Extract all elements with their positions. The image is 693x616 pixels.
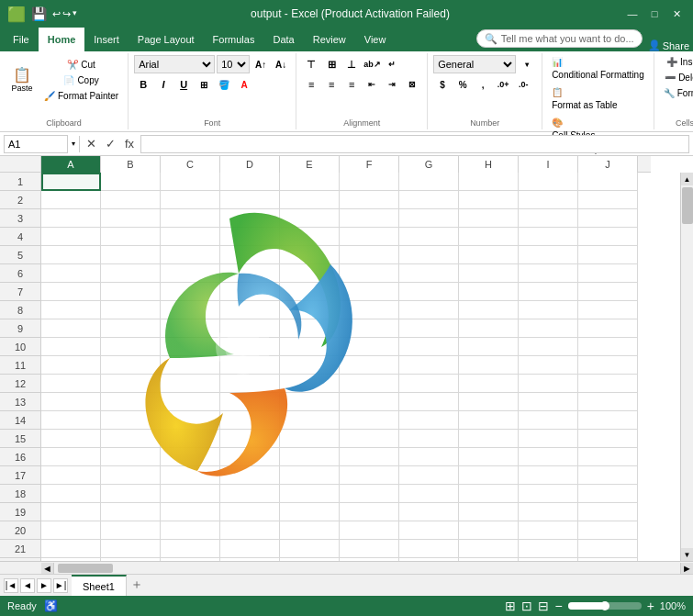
cell-G20[interactable] — [399, 521, 459, 540]
comma-button[interactable]: , — [474, 75, 492, 94]
row-header-15[interactable]: 15 — [0, 430, 41, 448]
cell-F10[interactable] — [340, 338, 399, 356]
cell-G19[interactable] — [399, 503, 459, 521]
cell-G6[interactable] — [399, 264, 459, 283]
row-header-3[interactable]: 3 — [0, 209, 41, 228]
cell-A17[interactable] — [41, 466, 101, 485]
cell-B18[interactable] — [101, 485, 161, 503]
cell-I4[interactable] — [519, 228, 578, 246]
cell-H2[interactable] — [459, 191, 519, 209]
cell-J11[interactable] — [578, 356, 638, 375]
row-header-12[interactable]: 12 — [0, 375, 41, 393]
cell-C4[interactable] — [161, 228, 220, 246]
cell-G7[interactable] — [399, 283, 459, 301]
cell-C15[interactable] — [161, 430, 220, 448]
copy-button[interactable]: 📄 Copy — [40, 73, 122, 87]
col-header-F[interactable]: F — [340, 156, 399, 173]
cell-C16[interactable] — [161, 448, 220, 466]
sheet-view-icon[interactable]: ⊞ — [505, 599, 516, 613]
cell-H11[interactable] — [459, 356, 519, 375]
align-top-button[interactable]: ⊤ — [302, 55, 320, 73]
cell-I14[interactable] — [519, 411, 578, 430]
cell-B22[interactable] — [101, 558, 161, 561]
number-format-dropdown[interactable]: ▾ — [518, 55, 536, 73]
scroll-thumb[interactable] — [682, 187, 693, 224]
scroll-up-arrow[interactable]: ▲ — [681, 173, 694, 185]
row-header-14[interactable]: 14 — [0, 411, 41, 430]
scroll-left-arrow[interactable]: ◄ — [41, 563, 54, 574]
cell-I16[interactable] — [519, 448, 578, 466]
cell-I22[interactable] — [519, 558, 578, 561]
cell-C18[interactable] — [161, 485, 220, 503]
tab-file[interactable]: File — [4, 28, 39, 51]
cell-I11[interactable] — [519, 356, 578, 375]
cell-J18[interactable] — [578, 485, 638, 503]
cell-A11[interactable] — [41, 356, 101, 375]
cell-G10[interactable] — [399, 338, 459, 356]
tab-insert[interactable]: Insert — [84, 28, 129, 51]
decrease-font-button[interactable]: A↓ — [272, 55, 290, 73]
row-header-6[interactable]: 6 — [0, 264, 41, 283]
cell-I21[interactable] — [519, 540, 578, 558]
cell-C10[interactable] — [161, 338, 220, 356]
col-header-J[interactable]: J — [578, 156, 638, 173]
save-icon[interactable]: 💾 — [31, 6, 47, 21]
cell-H13[interactable] — [459, 393, 519, 411]
name-box[interactable]: A1 — [4, 135, 68, 153]
cell-E17[interactable] — [280, 466, 340, 485]
font-color-button[interactable]: A — [235, 75, 253, 94]
cell-I17[interactable] — [519, 466, 578, 485]
col-header-A[interactable]: A — [41, 156, 101, 173]
zoom-slider[interactable] — [568, 602, 642, 610]
increase-font-button[interactable]: A↑ — [251, 55, 270, 73]
cell-B4[interactable] — [101, 228, 161, 246]
font-name-select[interactable]: Arial — [134, 55, 215, 73]
cell-C20[interactable] — [161, 521, 220, 540]
cell-A20[interactable] — [41, 521, 101, 540]
cell-G17[interactable] — [399, 466, 459, 485]
cell-D12[interactable] — [220, 375, 280, 393]
cell-H20[interactable] — [459, 521, 519, 540]
cell-H5[interactable] — [459, 246, 519, 264]
tab-page-layout[interactable]: Page Layout — [129, 28, 204, 51]
cell-B11[interactable] — [101, 356, 161, 375]
sheet-nav-last[interactable]: ►| — [53, 578, 68, 593]
percent-button[interactable]: % — [453, 75, 472, 94]
cell-A4[interactable] — [41, 228, 101, 246]
scroll-down-arrow[interactable]: ▼ — [681, 548, 694, 561]
cell-H19[interactable] — [459, 503, 519, 521]
col-header-G[interactable]: G — [399, 156, 459, 173]
cell-F22[interactable] — [340, 558, 399, 561]
cell-B17[interactable] — [101, 466, 161, 485]
paste-button[interactable]: 📋 Paste — [6, 55, 39, 105]
cell-H8[interactable] — [459, 301, 519, 319]
cell-I6[interactable] — [519, 264, 578, 283]
cell-E4[interactable] — [280, 228, 340, 246]
close-button[interactable]: ✕ — [667, 5, 686, 23]
cell-E9[interactable] — [280, 319, 340, 338]
cell-E7[interactable] — [280, 283, 340, 301]
cell-B1[interactable] — [101, 173, 161, 191]
row-header-16[interactable]: 16 — [0, 448, 41, 466]
cell-D4[interactable] — [220, 228, 280, 246]
add-sheet-button[interactable]: ＋ — [127, 575, 147, 595]
cell-J13[interactable] — [578, 393, 638, 411]
cell-H15[interactable] — [459, 430, 519, 448]
cell-I1[interactable] — [519, 173, 578, 191]
cell-I12[interactable] — [519, 375, 578, 393]
tell-me-input[interactable]: 🔍 Tell me what you want to do... — [476, 29, 643, 48]
cell-A1[interactable] — [41, 173, 101, 191]
cell-H4[interactable] — [459, 228, 519, 246]
cell-C13[interactable] — [161, 393, 220, 411]
cell-A15[interactable] — [41, 430, 101, 448]
horizontal-scrollbar[interactable]: ◄ ► — [0, 561, 693, 574]
name-box-dropdown[interactable]: ▾ — [72, 140, 75, 148]
cell-B19[interactable] — [101, 503, 161, 521]
cell-F11[interactable] — [340, 356, 399, 375]
cell-D11[interactable] — [220, 356, 280, 375]
sheet-nav-first[interactable]: |◄ — [4, 578, 18, 593]
cell-F17[interactable] — [340, 466, 399, 485]
cell-H17[interactable] — [459, 466, 519, 485]
cell-B7[interactable] — [101, 283, 161, 301]
cell-J10[interactable] — [578, 338, 638, 356]
